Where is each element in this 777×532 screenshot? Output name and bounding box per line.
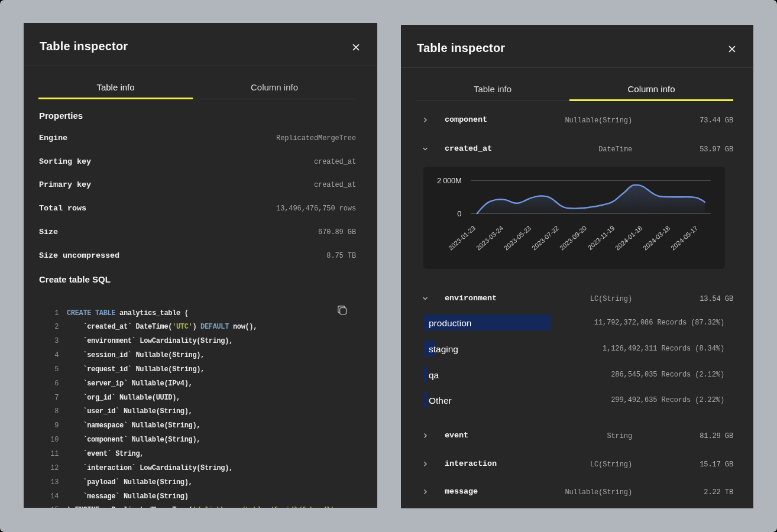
svg-text:0: 0 <box>457 209 461 218</box>
svg-text:2023-07-22: 2023-07-22 <box>530 224 560 251</box>
svg-text:2024-05-17: 2024-05-17 <box>669 224 699 251</box>
svg-text:2023-05-23: 2023-05-23 <box>503 224 532 251</box>
svg-text:2024-01-18: 2024-01-18 <box>614 224 643 251</box>
svg-text:2024-03-18: 2024-03-18 <box>642 224 671 251</box>
svg-text:2023-09-20: 2023-09-20 <box>558 224 588 251</box>
svg-text:2 000M: 2 000M <box>437 176 462 185</box>
svg-text:2023-11-19: 2023-11-19 <box>587 224 616 251</box>
svg-text:2023-03-24: 2023-03-24 <box>475 224 504 251</box>
svg-text:2023-01-23: 2023-01-23 <box>447 224 477 251</box>
